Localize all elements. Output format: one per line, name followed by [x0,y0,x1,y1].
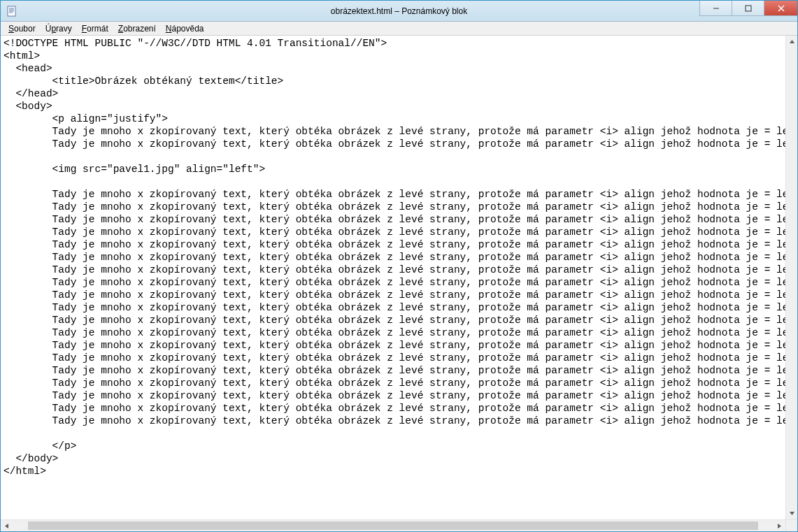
editor-area: <!DOCTYPE HTML PUBLIC "-//W3C//DTD HTML … [1,36,797,531]
horizontal-scroll-track[interactable] [13,520,774,531]
menu-help[interactable]: Nápověda [161,22,209,35]
svg-marker-9 [790,40,795,43]
window-controls [699,1,797,16]
minimize-button[interactable] [699,1,732,16]
text-editor[interactable]: <!DOCTYPE HTML PUBLIC "-//W3C//DTD HTML … [1,36,785,519]
horizontal-scroll-thumb[interactable] [28,522,758,530]
scroll-right-button[interactable] [774,520,785,531]
menu-edit[interactable]: Úpravy [41,22,77,35]
svg-marker-11 [5,524,8,529]
maximize-button[interactable] [732,1,764,16]
vertical-scrollbar[interactable] [785,36,797,519]
scroll-down-button[interactable] [786,508,797,519]
scroll-up-button[interactable] [786,36,797,48]
horizontal-scrollbar[interactable] [1,519,785,531]
window-title: obrázektext.html – Poznámkový blok [1,6,797,16]
menu-format[interactable]: Formát [77,22,113,35]
svg-marker-10 [790,512,795,515]
menu-file[interactable]: Soubor [3,22,41,35]
menu-view[interactable]: Zobrazení [113,22,161,35]
menubar: Soubor Úpravy Formát Zobrazení Nápověda [1,22,797,36]
titlebar: obrázektext.html – Poznámkový blok [1,1,797,22]
scroll-left-button[interactable] [1,520,13,531]
scroll-corner [785,519,797,531]
svg-marker-12 [778,524,781,529]
app-icon [6,6,17,17]
close-button[interactable] [764,1,797,16]
notepad-window: obrázektext.html – Poznámkový blok Soubo… [0,0,798,532]
vertical-scroll-track[interactable] [786,48,797,508]
svg-rect-6 [746,6,751,11]
